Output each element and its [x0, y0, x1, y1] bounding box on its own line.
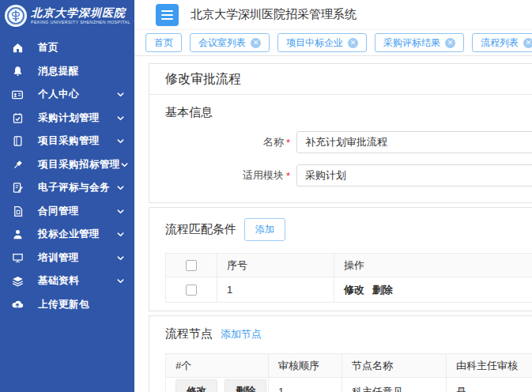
chevron-down-icon — [116, 90, 125, 99]
sidebar-item-bidder-mgmt[interactable]: 投标企业管理 — [0, 223, 134, 247]
basic-info-title: 基本信息 — [165, 95, 532, 120]
col-index-header: #个 — [166, 354, 269, 378]
menu-toggle-button[interactable] — [156, 4, 179, 26]
module-field-row: 适用模块 * — [165, 164, 532, 187]
tab-home[interactable]: 首页 — [145, 33, 182, 52]
col-dept-head-header: 由科主任审核 — [447, 354, 532, 378]
clipboard-check-icon — [11, 111, 24, 124]
sidebar-menu: 首页 消息提醒 个人中心 采购计划管理 项目采购管理 项目采购招标管理 — [0, 32, 134, 316]
sidebar-item-label: 采购计划管理 — [38, 111, 100, 125]
flow-nodes-table: #个 审核顺序 节点名称 由科主任审核 修改删除 1 科主任意见 — [165, 353, 532, 392]
chevron-down-icon — [116, 230, 125, 239]
chevron-down-icon — [116, 183, 125, 192]
gavel-icon — [11, 158, 24, 171]
tab-label: 会议室列表 — [198, 36, 246, 50]
match-conditions-table: 序号 操作 字段 1 修改 删除 计划 — [165, 253, 532, 303]
required-marker: * — [286, 170, 290, 182]
sidebar-item-label: 上传更新包 — [38, 298, 89, 311]
sidebar-item-home[interactable]: 首页 — [0, 36, 134, 60]
match-conditions-card: 流程匹配条件 添加 序号 操作 字段 — [149, 207, 532, 311]
tab-label: 项目中标企业 — [286, 36, 343, 50]
order-cell: 1 — [269, 378, 342, 392]
delete-link[interactable]: 删除 — [372, 284, 393, 296]
home-icon — [11, 42, 24, 55]
dept-head-cell: 是 — [447, 378, 532, 392]
chevron-down-icon — [116, 277, 125, 285]
tab-project-winning-bidders[interactable]: 项目中标企业 ✕ — [277, 33, 367, 52]
hospital-emblem-icon — [5, 5, 27, 27]
sidebar-item-basic-data[interactable]: 基础资料 — [0, 270, 134, 293]
tab-label: 首页 — [154, 36, 173, 50]
sidebar-item-label: 项目采购管理 — [38, 134, 100, 148]
bell-icon — [11, 65, 24, 77]
hamburger-icon — [161, 10, 173, 12]
presentation-icon — [11, 251, 24, 264]
top-bar: 北京大学深圳医院招采管理系统 — [134, 0, 532, 30]
hospital-name: 北京大学深圳医院 PEKING UNIVERSITY SHENZHEN HOSP… — [31, 7, 130, 24]
hospital-name-cn: 北京大学深圳医院 — [31, 7, 130, 19]
sidebar-item-upload-package[interactable]: 上传更新包 — [0, 293, 134, 317]
required-marker: * — [286, 137, 290, 149]
tab-bar: 首页 会议室列表 ✕ 项目中标企业 ✕ 采购评标结果 ✕ 流程列表 ✕ 流程 ✕ — [134, 30, 532, 56]
match-conditions-section: 流程匹配条件 添加 序号 操作 字段 — [149, 208, 532, 311]
sidebar-item-label: 培训管理 — [38, 251, 79, 265]
chevron-down-icon — [116, 137, 125, 145]
close-icon[interactable]: ✕ — [251, 38, 261, 48]
book-icon — [11, 135, 24, 148]
sidebar-item-label: 投标企业管理 — [38, 228, 100, 241]
col-name-header: 节点名称 — [342, 354, 447, 378]
close-icon[interactable]: ✕ — [523, 38, 532, 48]
page-title: 修改审批流程 — [149, 64, 532, 95]
col-action-header: 操作 — [334, 254, 532, 277]
flow-nodes-header: 流程节点 添加节点 — [165, 316, 532, 341]
sidebar-item-project-purchase-mgmt[interactable]: 项目采购管理 — [0, 130, 134, 153]
tab-meeting-room-list[interactable]: 会议室列表 ✕ — [190, 33, 270, 52]
select-all-checkbox[interactable] — [186, 260, 197, 271]
sidebar-item-purchase-plan-mgmt[interactable]: 采购计划管理 — [0, 107, 134, 130]
edit-link[interactable]: 修改 — [344, 284, 364, 296]
app-title: 北京大学深圳医院招采管理系统 — [191, 7, 357, 22]
sidebar-item-e-evaluation[interactable]: 电子评标与会务 — [0, 176, 134, 200]
sidebar-item-training-mgmt[interactable]: 培训管理 — [0, 247, 134, 270]
match-conditions-header: 流程匹配条件 添加 — [165, 208, 532, 241]
hospital-logo: 北京大学深圳医院 PEKING UNIVERSITY SHENZHEN HOSP… — [0, 0, 134, 32]
id-card-icon — [11, 89, 24, 101]
sidebar-item-label: 消息提醒 — [38, 65, 79, 78]
table-row: 1 修改 删除 计划类型 — [166, 277, 532, 303]
add-condition-button[interactable]: 添加 — [244, 218, 285, 241]
table-header-row: 序号 操作 字段 — [166, 254, 532, 277]
sidebar-item-contract-mgmt[interactable]: 合同管理 — [0, 200, 134, 224]
sidebar-item-project-bidding-mgmt[interactable]: 项目采购招标管理 — [0, 153, 134, 177]
sidebar-item-messages[interactable]: 消息提醒 — [0, 60, 134, 84]
chevron-down-icon — [116, 114, 125, 122]
name-label: 名称 — [165, 135, 284, 149]
seq-cell: 1 — [217, 277, 334, 303]
basic-info-card: 修改审批流程 基本信息 名称 * 适用模块 * — [149, 63, 532, 203]
row-checkbox[interactable] — [186, 285, 197, 296]
main-area: 北京大学深圳医院招采管理系统 首页 会议室列表 ✕ 项目中标企业 ✕ 采购评标结… — [134, 0, 532, 392]
user-icon — [11, 228, 24, 241]
name-field-row: 名称 * — [165, 131, 532, 153]
flow-nodes-title: 流程节点 — [165, 326, 213, 341]
tab-process-list[interactable]: 流程列表 ✕ — [472, 33, 532, 52]
module-input[interactable] — [296, 164, 532, 187]
module-label: 适用模块 — [165, 168, 284, 183]
edit-button[interactable]: 修改 — [175, 379, 217, 392]
close-icon[interactable]: ✕ — [348, 38, 358, 48]
layers-icon — [11, 275, 24, 288]
document-edit-icon — [11, 182, 24, 194]
add-node-link[interactable]: 添加节点 — [221, 327, 262, 341]
tab-label: 采购评标结果 — [383, 36, 440, 50]
name-input[interactable] — [296, 131, 532, 153]
tab-label: 流程列表 — [481, 36, 519, 50]
tab-bid-evaluation-results[interactable]: 采购评标结果 ✕ — [375, 33, 464, 52]
col-seq-header: 序号 — [217, 254, 334, 277]
sidebar-item-label: 合同管理 — [38, 205, 79, 218]
sidebar-item-personal-center[interactable]: 个人中心 — [0, 83, 134, 107]
hospital-name-en: PEKING UNIVERSITY SHENZHEN HOSPITAL — [31, 20, 130, 24]
close-icon[interactable]: ✕ — [445, 38, 455, 48]
flow-nodes-section: 流程节点 添加节点 #个 审核顺序 节点名称 由科主任审核 — [149, 316, 532, 392]
sidebar-item-label: 电子评标与会务 — [38, 181, 110, 194]
table-header-row: #个 审核顺序 节点名称 由科主任审核 — [166, 354, 532, 378]
delete-button[interactable]: 删除 — [224, 379, 266, 392]
